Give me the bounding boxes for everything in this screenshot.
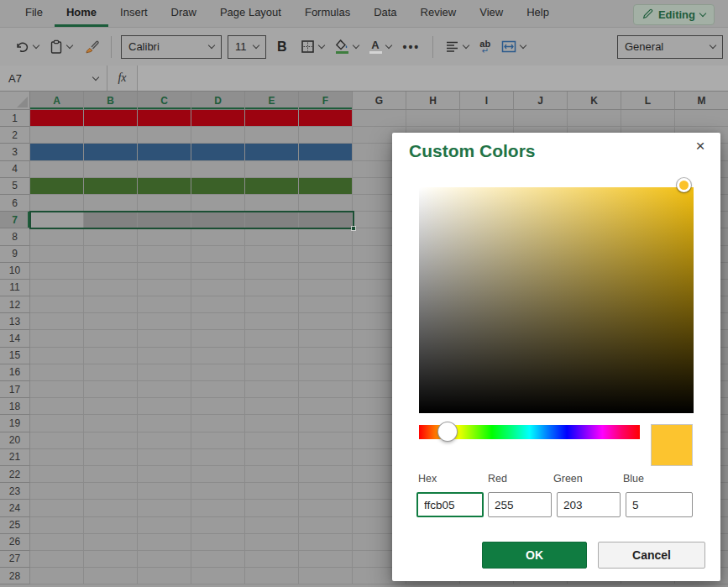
cell-A7[interactable] <box>30 212 84 228</box>
cell-C24[interactable] <box>138 500 191 516</box>
cell-C18[interactable] <box>138 398 191 415</box>
cell-D5[interactable] <box>191 178 245 195</box>
cell-E18[interactable] <box>245 398 299 415</box>
hue-slider-thumb[interactable] <box>438 422 457 441</box>
cell-D11[interactable] <box>191 280 245 296</box>
menu-item-page-layout[interactable]: Page Layout <box>208 0 293 27</box>
cell-E23[interactable] <box>245 483 299 500</box>
cell-A28[interactable] <box>30 568 84 584</box>
cell-F25[interactable] <box>299 517 353 534</box>
cell-E16[interactable] <box>245 364 299 381</box>
row-header-12[interactable]: 12 <box>0 296 30 313</box>
cell-D7[interactable] <box>191 212 245 228</box>
cell-E14[interactable] <box>245 330 299 347</box>
cell-F10[interactable] <box>299 263 353 280</box>
cell-C23[interactable] <box>138 483 191 500</box>
cell-D6[interactable] <box>191 195 245 212</box>
cell-D1[interactable] <box>191 110 245 127</box>
row-header-17[interactable]: 17 <box>0 381 30 398</box>
cell-C27[interactable] <box>138 551 191 568</box>
cell-K1[interactable] <box>568 110 621 127</box>
formula-input[interactable] <box>138 66 728 91</box>
cell-D20[interactable] <box>191 432 245 449</box>
cell-B20[interactable] <box>84 432 138 449</box>
row-header-23[interactable]: 23 <box>0 483 30 500</box>
column-header-J[interactable]: J <box>514 92 568 110</box>
cell-E26[interactable] <box>245 534 299 551</box>
cell-B21[interactable] <box>84 449 138 466</box>
cell-F24[interactable] <box>299 500 353 516</box>
cell-F18[interactable] <box>299 398 353 415</box>
row-header-10[interactable]: 10 <box>0 263 30 280</box>
cell-F17[interactable] <box>299 381 353 398</box>
column-header-B[interactable]: B <box>84 92 138 110</box>
cell-B26[interactable] <box>84 534 138 551</box>
column-header-G[interactable]: G <box>353 92 406 110</box>
cell-B28[interactable] <box>84 568 138 584</box>
menu-item-insert[interactable]: Insert <box>108 0 160 27</box>
cell-C21[interactable] <box>138 449 191 466</box>
cell-C25[interactable] <box>138 517 191 534</box>
cell-F23[interactable] <box>299 483 353 500</box>
cell-F4[interactable] <box>299 161 353 178</box>
cell-J1[interactable] <box>514 110 568 127</box>
close-button[interactable]: × <box>690 136 710 156</box>
cancel-button[interactable]: Cancel <box>598 542 705 569</box>
cell-B16[interactable] <box>84 364 138 381</box>
menu-item-review[interactable]: Review <box>409 0 469 27</box>
cell-A17[interactable] <box>30 381 84 398</box>
cell-C16[interactable] <box>138 364 191 381</box>
cell-F2[interactable] <box>299 127 353 144</box>
row-header-1[interactable]: 1 <box>0 110 30 127</box>
cell-B17[interactable] <box>84 381 138 398</box>
cell-D4[interactable] <box>191 161 245 178</box>
cell-E4[interactable] <box>245 161 299 178</box>
cell-L1[interactable] <box>621 110 675 127</box>
font-size-combo[interactable]: 11 <box>228 35 266 59</box>
cell-E10[interactable] <box>245 263 299 280</box>
cell-A11[interactable] <box>30 280 84 296</box>
hex-input[interactable] <box>416 492 484 517</box>
cell-A27[interactable] <box>30 551 84 568</box>
alignment-button[interactable] <box>443 37 471 56</box>
cell-C8[interactable] <box>138 228 191 245</box>
color-picker-thumb[interactable] <box>677 178 691 192</box>
cell-C9[interactable] <box>138 246 191 263</box>
cell-C13[interactable] <box>138 313 191 330</box>
cell-E12[interactable] <box>245 296 299 313</box>
font-color-button[interactable]: A <box>367 37 394 57</box>
merge-cells-button[interactable] <box>499 37 528 56</box>
column-header-F[interactable]: F <box>299 92 353 110</box>
cell-F12[interactable] <box>299 296 353 313</box>
cell-B25[interactable] <box>84 517 138 534</box>
cell-B6[interactable] <box>84 195 138 212</box>
cell-F19[interactable] <box>299 415 353 432</box>
row-header-2[interactable]: 2 <box>0 127 30 144</box>
cell-D8[interactable] <box>191 228 245 245</box>
cell-A26[interactable] <box>30 534 84 551</box>
cell-E15[interactable] <box>245 348 299 364</box>
insert-function-button[interactable]: fx <box>107 66 138 91</box>
cell-C5[interactable] <box>138 178 191 195</box>
cell-D27[interactable] <box>191 551 245 568</box>
cell-F8[interactable] <box>299 228 353 245</box>
cell-A5[interactable] <box>30 178 84 195</box>
cell-D9[interactable] <box>191 246 245 263</box>
undo-button[interactable] <box>12 36 41 58</box>
cell-D21[interactable] <box>191 449 245 466</box>
cell-D18[interactable] <box>191 398 245 415</box>
menu-item-help[interactable]: Help <box>515 0 561 27</box>
cell-B1[interactable] <box>84 110 138 127</box>
row-header-22[interactable]: 22 <box>0 466 30 483</box>
row-header-15[interactable]: 15 <box>0 348 30 364</box>
cell-D10[interactable] <box>191 263 245 280</box>
column-header-K[interactable]: K <box>568 92 621 110</box>
cell-D13[interactable] <box>191 313 245 330</box>
cell-D19[interactable] <box>191 415 245 432</box>
cell-A6[interactable] <box>30 195 84 212</box>
select-all-corner[interactable] <box>0 92 30 110</box>
cell-F6[interactable] <box>299 195 353 212</box>
cell-A3[interactable] <box>30 144 84 160</box>
cell-E9[interactable] <box>245 246 299 263</box>
cell-C17[interactable] <box>138 381 191 398</box>
